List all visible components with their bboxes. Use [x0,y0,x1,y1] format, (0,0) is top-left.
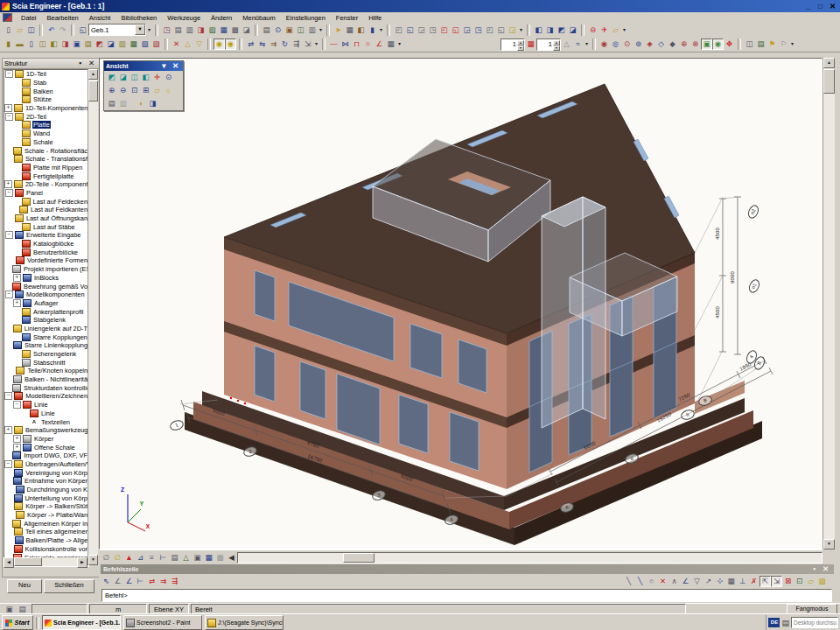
chevron-down-icon[interactable]: ▼ [135,24,145,35]
snap-edge-icon[interactable]: ∠ [680,576,691,587]
tree-item[interactable]: +1D-Teil-Komponenten [4,104,88,113]
mirror-icon[interactable]: ⇉ [268,38,279,50]
collapse-icon[interactable]: − [5,189,13,197]
copy-icon[interactable]: ⇆ [256,38,268,50]
view-y-icon[interactable]: ◪ [117,72,129,83]
minimize-button[interactable]: _ [802,1,814,12]
tree-item[interactable]: Stab [4,79,88,88]
node-merge-icon[interactable]: ⊙ [621,38,633,50]
ortho-mode-icon[interactable]: ◉ [712,38,724,50]
oeffnung-tool-icon[interactable]: ▣ [71,38,82,50]
tree-item[interactable]: Schale - Rotationsfläc [4,146,88,155]
render-wire-icon[interactable]: ∅ [101,552,112,564]
scroll-left-icon[interactable]: ◀ [226,552,237,564]
node-fix-icon[interactable]: ◆ [667,38,678,50]
tile-windows-icon[interactable]: ◨ [544,24,556,36]
tree-item[interactable]: Stabgelenk [4,316,88,325]
node-link-icon[interactable]: ◈ [644,38,655,50]
printer-icon[interactable]: ▤ [261,24,272,36]
dropdown-icon[interactable]: ▾ [146,24,152,36]
tree-item[interactable]: −Modellkomponenten [4,290,88,299]
teil-tool-icon[interactable]: ◪ [105,38,116,50]
node-free-icon[interactable]: ◇ [655,38,667,50]
collapse-icon[interactable]: − [13,401,21,409]
tree-item[interactable]: Projekt importieren (ES [4,265,88,274]
beam-info-icon[interactable]: ▮ [367,24,378,36]
print-data-icon[interactable]: ▤ [172,24,184,36]
view-window-icon[interactable]: ◰ [438,24,450,36]
tree-item[interactable]: Vereinigung von Körp [4,468,88,477]
tree-item[interactable]: −Übertragen/Aufteilen/Ver [4,460,88,469]
tree-item[interactable]: −2D-Teil [4,112,88,121]
tree-item[interactable]: Fertigteilplatte [4,172,88,180]
tree-item[interactable]: Starre Linienkopplung [4,341,88,350]
project-combobox[interactable]: Geb.1 ▼ [88,24,146,36]
load-line-icon[interactable]: ▽ [193,38,205,50]
axonometric-icon[interactable]: ◧ [140,72,151,83]
expand-icon[interactable]: + [4,104,12,112]
snap-line-icon[interactable]: ⇱ [760,576,771,587]
view-window-icon[interactable]: ◲ [461,24,472,36]
spin-down-icon[interactable]: ▼ [553,46,560,51]
tree-item[interactable]: Bewehrung gemäß Vo [4,282,88,290]
zoom-selection-icon[interactable]: ⊞ [140,85,151,96]
balken-tool-icon[interactable]: ▬ [14,38,25,50]
rotate-view-icon[interactable]: ✛ [151,72,163,83]
tree-item[interactable]: Teile/Knoten koppeln [4,367,88,375]
coord-rel-icon[interactable]: ∠ [123,576,135,587]
tree-item[interactable]: −Linie [4,401,88,410]
zoom-in-icon[interactable]: ⊕ [106,85,117,96]
tree-item[interactable]: Last auf Stäbe [4,222,88,231]
zoom-out-icon[interactable]: ⊖ [117,85,129,96]
scroll-thumb[interactable] [343,553,374,563]
pan-icon[interactable]: ✥ [724,38,735,50]
fast-render-icon[interactable]: ▩ [214,552,226,564]
picture-icon[interactable]: ◨ [195,24,206,36]
tree-item[interactable]: Platte [4,121,88,130]
send-icon[interactable]: ✈ [598,24,610,36]
view-window-icon[interactable]: ◱ [404,24,416,36]
array-icon[interactable]: ⇶ [290,38,302,50]
selection-toggle-icon[interactable]: ◉ [214,38,225,50]
dropdown-icon[interactable]: ▾ [396,38,402,50]
tile-horz-windows-icon[interactable]: ◩ [556,24,567,36]
rect-tool-icon[interactable]: ⊓ [351,38,362,50]
save-icon[interactable]: ◫ [25,24,37,36]
redo-icon[interactable]: ↷ [57,24,68,36]
cursor-select-icon[interactable]: ⇖ [101,576,112,587]
tree-item[interactable]: Scherengelenk [4,350,88,359]
project-data-icon[interactable]: ◳ [161,24,172,36]
snap-settings-icon[interactable]: ▨ [816,576,828,587]
tree-item[interactable]: Import DWG, DXF, VF [4,452,88,460]
dropdown-icon[interactable]: ▾ [378,24,384,36]
chevron-down-icon[interactable]: ▾ [158,60,170,72]
tree-item[interactable]: Stütze [4,95,88,104]
collapse-icon[interactable]: − [5,231,13,239]
factor-spinner[interactable]: 1 ▲▼ [536,38,561,51]
fundament-tool-icon[interactable]: ▦ [128,38,139,50]
dropdown-icon[interactable]: ▾ [313,38,319,50]
close-panel-icon[interactable]: ✕ [820,564,831,575]
menu-item-1[interactable]: Datei [16,13,42,23]
snap-midpoint-icon[interactable]: ╲ [634,576,646,587]
knoten-tool-icon[interactable]: ◩ [94,38,105,50]
view-z-icon[interactable]: ◫ [129,72,140,83]
filter-icon[interactable]: △ [561,38,572,50]
scroll-thumb[interactable] [88,80,98,102]
close-panel-icon[interactable]: ✕ [86,58,97,69]
scroll-up-icon[interactable]: ▲ [823,58,835,68]
layout-icon[interactable]: ◪ [241,24,252,36]
perspective-icon[interactable]: ◨ [147,98,158,109]
tree-item[interactable]: Durchdringung von K [4,486,88,494]
viewport-horizontal-scrollbar[interactable] [237,552,822,564]
snap-off-icon[interactable]: ✗ [748,576,760,587]
flag-icon[interactable]: ⚑ [766,38,778,50]
copy-view-icon[interactable]: ▥ [117,98,129,109]
snap-center-icon[interactable]: ○ [646,576,657,587]
pin-icon[interactable]: ▪ [74,58,86,69]
menu-item-4[interactable]: Bibliotheken [116,13,162,23]
view-window-icon[interactable]: ◳ [472,24,484,36]
stuetze-tool-icon[interactable]: ▯ [25,38,37,50]
expand-icon[interactable]: + [4,180,12,188]
collapse-icon[interactable]: − [5,70,13,78]
